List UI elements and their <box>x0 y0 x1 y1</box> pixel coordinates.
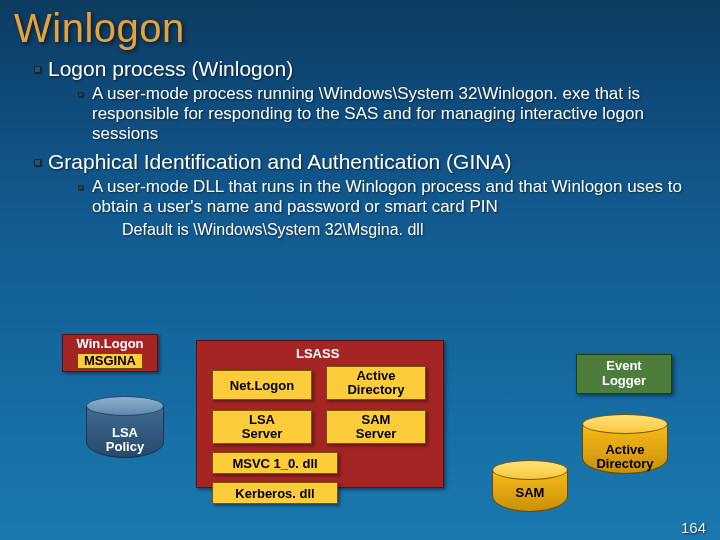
architecture-diagram: Win.Logon MSGINA LSASS Net.Logon Active … <box>0 332 720 522</box>
subbullet-text: A user-mode process running \Windows\Sys… <box>92 84 696 144</box>
label: Win.Logon <box>76 337 143 352</box>
slide-number: 164 <box>681 519 706 536</box>
cylinder-active-directory: Active Directory <box>582 414 668 474</box>
label: LSA Policy <box>86 426 164 455</box>
subsubbullet: Default is \Windows\System 32\Msgina. dl… <box>122 221 696 239</box>
box-event-logger: Event Logger <box>576 354 672 394</box>
cylinder-sam: SAM <box>492 460 568 512</box>
box-netlogon: Net.Logon <box>212 370 312 400</box>
subbullet: A user-mode DLL that runs in the Winlogo… <box>78 177 696 239</box>
bullet-text: Graphical Identification and Authenticat… <box>48 150 696 174</box>
box-active-directory: Active Directory <box>326 366 426 400</box>
box-winlogon: Win.Logon MSGINA <box>62 334 158 372</box>
label: SAM <box>492 485 568 500</box>
bullet-text: Logon process (Winlogon) <box>48 57 696 81</box>
bullet-gina: Graphical Identification and Authenticat… <box>34 150 696 239</box>
slide-content: Logon process (Winlogon) A user-mode pro… <box>0 51 720 239</box>
subsubbullet-text: Default is \Windows\System 32\Msgina. dl… <box>122 221 696 239</box>
slide-title: Winlogon <box>0 0 720 51</box>
box-sam-server: SAM Server <box>326 410 426 444</box>
label-lsass: LSASS <box>296 346 339 361</box>
box-msgina: MSGINA <box>77 353 143 370</box>
label: Active Directory <box>582 443 668 472</box>
subbullet-text: A user-mode DLL that runs in the Winlogo… <box>92 177 696 217</box>
box-msvc: MSVC 1_0. dll <box>212 452 338 474</box>
bullet-logon-process: Logon process (Winlogon) A user-mode pro… <box>34 57 696 144</box>
box-lsa-server: LSA Server <box>212 410 312 444</box>
cylinder-lsa-policy: LSA Policy <box>86 396 164 458</box>
subbullet: A user-mode process running \Windows\Sys… <box>78 84 696 144</box>
box-kerberos: Kerberos. dll <box>212 482 338 504</box>
